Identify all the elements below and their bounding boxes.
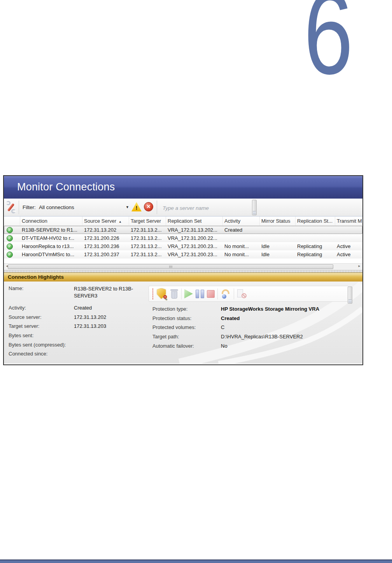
page-footer-rule	[0, 559, 392, 563]
field-value: 172.31.13.203	[74, 323, 106, 329]
cell-replication-set: VRA_172.31.200.23...	[166, 250, 223, 259]
chevron-down-icon[interactable]: ▼	[126, 205, 129, 209]
field-connected-since: Connected since:	[9, 351, 148, 360]
highlights-left-fields: Name: R13B-SERVER2 to R13B-SERVER3 Activ…	[9, 285, 148, 360]
monitor-connections-window: Monitor Connections Filter: All connecti…	[3, 175, 363, 365]
field-label: Connected since:	[9, 351, 74, 357]
row-status-cell: ✓	[4, 242, 20, 250]
table-row[interactable]: ✓ HaroonDTVmMSrc to... 172.31.200.237 17…	[4, 250, 362, 259]
toolbar-separator	[19, 201, 19, 214]
toolbar-separator	[234, 289, 234, 299]
column-header-label: Source Server	[84, 218, 116, 224]
cell-replication-set: VRA_172.31.200.23...	[166, 242, 223, 250]
cell-mirror-status	[260, 234, 296, 242]
table-row[interactable]: ✓ HaroonReplica to r13... 172.31.200.236…	[4, 242, 362, 250]
cell-connection: R13B-SERVER2 to R1...	[20, 226, 82, 234]
stop-icon[interactable]	[207, 290, 215, 298]
clear-error-icon[interactable]: ✕	[144, 202, 153, 211]
table-row[interactable]: ✓ R13B-SERVER2 to R1... 172.31.13.202 17…	[4, 226, 362, 234]
field-label: Automatic failover:	[152, 343, 221, 349]
column-header-replication-set[interactable]: Replication Set	[166, 216, 223, 225]
field-value: No	[221, 343, 228, 349]
cell-transmit-mode: Active	[335, 250, 362, 259]
field-target-server: Target server: 172.31.13.203	[9, 323, 148, 333]
column-header-mirror-status[interactable]: Mirror Status	[260, 216, 296, 225]
start-icon[interactable]	[184, 289, 193, 299]
field-label: Bytes sent:	[9, 333, 74, 338]
cell-replication-set: VRA_172.31.200.22...	[166, 234, 223, 242]
cell-source-server: 172.31.200.237	[82, 250, 129, 259]
connection-highlights-header: Connection Highlights	[4, 273, 362, 282]
field-label: Source server:	[9, 314, 74, 320]
table-empty-area	[4, 259, 362, 263]
cell-replication-set: VRA_172.31.13.202...	[166, 226, 223, 234]
cell-replication-status	[296, 234, 335, 242]
column-header-source-server[interactable]: Source Server▲	[82, 216, 129, 225]
filter-label: Filter:	[23, 204, 36, 210]
scroll-right-icon[interactable]: ►	[358, 264, 361, 268]
cell-transmit-mode	[335, 234, 362, 242]
field-source-server: Source server: 172.31.13.202	[9, 314, 148, 324]
cell-mirror-status: Idle	[260, 242, 296, 250]
panel-splitter[interactable]	[4, 270, 362, 273]
search-input[interactable]	[159, 201, 255, 215]
document-page: 6 Monitor Connections Filter: All connec…	[0, 0, 392, 563]
cell-activity: No monit...	[223, 250, 260, 259]
column-header-connection[interactable]: Connection	[20, 216, 82, 225]
filter-toolbar: Filter: All connections ▼ ! ✕	[4, 199, 362, 216]
wrench-icon[interactable]	[5, 201, 16, 213]
cell-connection: DT-VTEAM-HV02 to r...	[20, 234, 82, 242]
cell-transmit-mode	[335, 226, 362, 234]
cell-activity: Created	[223, 226, 260, 234]
cell-target-server: 172.31.13.2...	[129, 226, 166, 234]
cell-activity: No monit...	[223, 242, 260, 250]
connection-highlights-panel: Name: R13B-SERVER2 to R13B-SERVER3 Activ…	[4, 282, 362, 364]
field-value: C	[221, 324, 224, 330]
field-label: Name:	[9, 285, 74, 291]
field-label: Activity:	[9, 305, 74, 311]
failover-icon[interactable]	[220, 289, 231, 299]
protection-shield-icon[interactable]	[156, 288, 167, 300]
scrollbar-grip-icon	[169, 266, 172, 268]
row-status-cell: ✓	[4, 250, 20, 259]
delete-icon[interactable]	[170, 289, 178, 299]
column-header-target-server[interactable]: Target Server	[129, 216, 166, 225]
filter-dropdown-value[interactable]: All connections	[39, 204, 74, 210]
cell-transmit-mode: Active	[335, 242, 362, 250]
field-value: Created	[221, 315, 240, 321]
table-header-row: Connection Source Server▲ Target Server …	[4, 216, 362, 226]
cell-source-server: 172.31.13.202	[82, 226, 129, 234]
status-ok-icon: ✓	[7, 235, 13, 241]
search-scrollbar[interactable]	[252, 200, 257, 215]
cell-target-server: 172.31.13.2...	[129, 234, 166, 242]
field-value: HP StorageWorks Storage Mirroring VRA	[221, 306, 319, 312]
field-label: Protection status:	[152, 315, 221, 321]
cell-mirror-status	[260, 226, 296, 234]
cell-replication-status: Replicating	[296, 250, 335, 259]
toolbar-separator	[181, 289, 182, 299]
column-header-transmit-mode[interactable]: Transmit M	[335, 216, 362, 225]
toolbar-drag-handle[interactable]	[152, 288, 154, 300]
field-protection-status: Protection status: Created	[152, 315, 355, 325]
warning-icon[interactable]: !	[131, 202, 142, 211]
cell-connection: HaroonReplica to r13...	[20, 242, 82, 250]
toolbar-scrollbar[interactable]	[348, 287, 352, 304]
sort-ascending-icon: ▲	[119, 220, 122, 223]
column-header-replication-status[interactable]: Replication St...	[296, 216, 335, 225]
scrollbar-thumb[interactable]	[8, 264, 333, 269]
column-header-activity[interactable]: Activity	[223, 216, 260, 225]
column-header-status[interactable]	[4, 216, 20, 225]
horizontal-scrollbar[interactable]: ◄ ►	[4, 263, 362, 270]
cell-connection: HaroonDTVmMSrc to...	[20, 250, 82, 259]
table-row[interactable]: ✓ DT-VTEAM-HV02 to r... 172.31.200.226 1…	[4, 234, 362, 242]
pause-icon[interactable]	[196, 290, 204, 298]
field-automatic-failover: Automatic failover: No	[152, 343, 355, 352]
disconnect-icon[interactable]	[237, 289, 247, 299]
field-protected-volumes: Protected volumes: C	[152, 324, 355, 334]
field-label: Target path:	[152, 334, 221, 340]
field-bytes-sent: Bytes sent:	[9, 333, 148, 342]
field-label: Bytes sent (compressed):	[9, 342, 74, 348]
cell-replication-status: Replicating	[296, 242, 335, 250]
field-value: D:\HVRA_Replicas\R13B-SERVER2	[221, 334, 303, 340]
field-value: 172.31.13.202	[74, 314, 106, 320]
